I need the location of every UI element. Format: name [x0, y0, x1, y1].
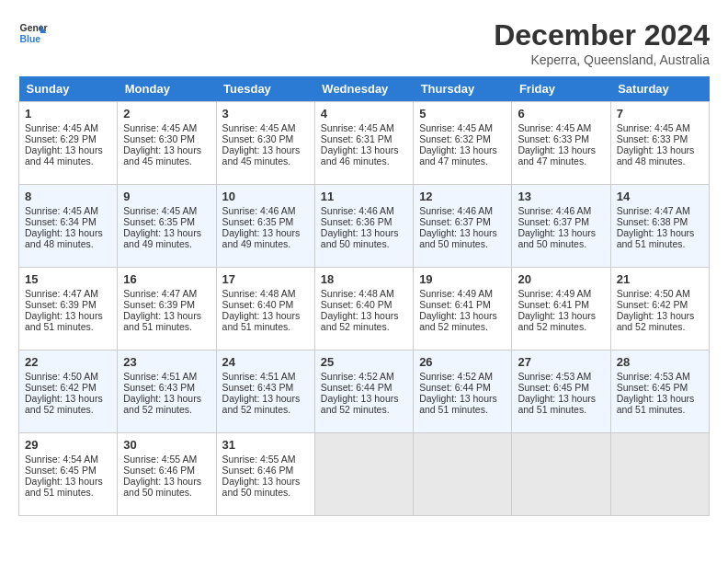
daylight-text: Daylight: 13 hours and 50 minutes. — [518, 227, 596, 249]
sunset-text: Sunset: 6:44 PM — [321, 382, 392, 393]
table-row: 2 Sunrise: 4:45 AM Sunset: 6:30 PM Dayli… — [118, 102, 216, 185]
sunrise-text: Sunrise: 4:53 AM — [518, 371, 591, 382]
day-number: 13 — [518, 190, 604, 203]
table-row: 25 Sunrise: 4:52 AM Sunset: 6:44 PM Dayl… — [314, 350, 413, 433]
table-row: 20 Sunrise: 4:49 AM Sunset: 6:41 PM Dayl… — [512, 268, 610, 350]
table-row: 23 Sunrise: 4:51 AM Sunset: 6:43 PM Dayl… — [118, 350, 216, 433]
header-row: Sunday Monday Tuesday Wednesday Thursday… — [19, 76, 710, 102]
col-sunday: Sunday — [19, 76, 118, 102]
day-number: 11 — [321, 190, 407, 203]
day-number: 20 — [518, 272, 604, 286]
sunset-text: Sunset: 6:32 PM — [419, 133, 491, 144]
daylight-text: Daylight: 13 hours and 51 minutes. — [123, 310, 201, 332]
calendar-week-1: 1 Sunrise: 4:45 AM Sunset: 6:29 PM Dayli… — [19, 102, 710, 185]
sunset-text: Sunset: 6:37 PM — [518, 216, 589, 227]
daylight-text: Daylight: 13 hours and 50 minutes. — [419, 227, 497, 249]
day-number: 25 — [321, 355, 407, 369]
table-row: 28 Sunrise: 4:53 AM Sunset: 6:45 PM Dayl… — [610, 350, 709, 433]
table-row: 12 Sunrise: 4:46 AM Sunset: 6:37 PM Dayl… — [414, 185, 512, 268]
table-row: 5 Sunrise: 4:45 AM Sunset: 6:32 PM Dayli… — [414, 102, 512, 185]
sunrise-text: Sunrise: 4:55 AM — [222, 454, 296, 465]
sunset-text: Sunset: 6:43 PM — [222, 382, 294, 393]
table-row — [414, 433, 512, 516]
table-row: 15 Sunrise: 4:47 AM Sunset: 6:39 PM Dayl… — [19, 268, 118, 350]
sunset-text: Sunset: 6:46 PM — [222, 465, 294, 476]
sunrise-text: Sunrise: 4:45 AM — [123, 122, 197, 133]
col-saturday: Saturday — [610, 76, 709, 102]
sunrise-text: Sunrise: 4:47 AM — [617, 205, 690, 216]
daylight-text: Daylight: 13 hours and 52 minutes. — [321, 310, 399, 332]
daylight-text: Daylight: 13 hours and 52 minutes. — [123, 393, 201, 415]
daylight-text: Daylight: 13 hours and 47 minutes. — [518, 144, 596, 167]
title-area: December 2024 Keperra, Queensland, Austr… — [494, 18, 710, 67]
day-number: 9 — [123, 190, 210, 203]
sunrise-text: Sunrise: 4:47 AM — [123, 288, 197, 299]
day-number: 2 — [123, 107, 210, 121]
sunset-text: Sunset: 6:40 PM — [222, 299, 294, 310]
sunrise-text: Sunrise: 4:45 AM — [25, 122, 98, 133]
sunset-text: Sunset: 6:39 PM — [25, 299, 97, 310]
sunset-text: Sunset: 6:30 PM — [123, 133, 195, 144]
day-number: 21 — [617, 272, 703, 286]
sunset-text: Sunset: 6:34 PM — [25, 216, 97, 227]
sunset-text: Sunset: 6:45 PM — [617, 382, 688, 393]
daylight-text: Daylight: 13 hours and 48 minutes. — [617, 144, 695, 167]
day-number: 3 — [222, 107, 309, 121]
daylight-text: Daylight: 13 hours and 51 minutes. — [617, 227, 695, 249]
table-row: 6 Sunrise: 4:45 AM Sunset: 6:33 PM Dayli… — [512, 102, 610, 185]
daylight-text: Daylight: 13 hours and 52 minutes. — [25, 393, 103, 415]
sunset-text: Sunset: 6:41 PM — [518, 299, 589, 310]
sunset-text: Sunset: 6:31 PM — [321, 133, 392, 144]
sunset-text: Sunset: 6:39 PM — [123, 299, 195, 310]
sunrise-text: Sunrise: 4:54 AM — [25, 454, 98, 465]
sunrise-text: Sunrise: 4:45 AM — [617, 122, 690, 133]
table-row: 16 Sunrise: 4:47 AM Sunset: 6:39 PM Dayl… — [118, 268, 216, 350]
sunset-text: Sunset: 6:40 PM — [321, 299, 392, 310]
sunset-text: Sunset: 6:46 PM — [123, 465, 195, 476]
sunset-text: Sunset: 6:30 PM — [222, 133, 294, 144]
daylight-text: Daylight: 13 hours and 51 minutes. — [25, 476, 103, 498]
day-number: 16 — [123, 272, 210, 286]
day-number: 26 — [419, 355, 506, 369]
daylight-text: Daylight: 13 hours and 46 minutes. — [321, 144, 399, 167]
day-number: 5 — [419, 107, 506, 121]
day-number: 19 — [419, 272, 506, 286]
sunrise-text: Sunrise: 4:55 AM — [123, 454, 197, 465]
calendar-week-5: 29 Sunrise: 4:54 AM Sunset: 6:45 PM Dayl… — [19, 433, 710, 516]
table-row: 17 Sunrise: 4:48 AM Sunset: 6:40 PM Dayl… — [216, 268, 314, 350]
table-row: 9 Sunrise: 4:45 AM Sunset: 6:35 PM Dayli… — [118, 185, 216, 268]
table-row: 7 Sunrise: 4:45 AM Sunset: 6:33 PM Dayli… — [610, 102, 709, 185]
table-row: 21 Sunrise: 4:50 AM Sunset: 6:42 PM Dayl… — [610, 268, 709, 350]
logo: General Blue — [18, 18, 48, 48]
daylight-text: Daylight: 13 hours and 50 minutes. — [321, 227, 399, 249]
sunrise-text: Sunrise: 4:45 AM — [222, 122, 296, 133]
sunset-text: Sunset: 6:35 PM — [222, 216, 294, 227]
daylight-text: Daylight: 13 hours and 47 minutes. — [419, 144, 497, 167]
table-row — [512, 433, 610, 516]
daylight-text: Daylight: 13 hours and 51 minutes. — [617, 393, 695, 415]
table-row: 24 Sunrise: 4:51 AM Sunset: 6:43 PM Dayl… — [216, 350, 314, 433]
table-row: 22 Sunrise: 4:50 AM Sunset: 6:42 PM Dayl… — [19, 350, 118, 433]
day-number: 4 — [321, 107, 407, 121]
table-row: 31 Sunrise: 4:55 AM Sunset: 6:46 PM Dayl… — [216, 433, 314, 516]
day-number: 6 — [518, 107, 604, 121]
day-number: 14 — [617, 190, 703, 203]
sunset-text: Sunset: 6:42 PM — [617, 299, 688, 310]
sunset-text: Sunset: 6:44 PM — [419, 382, 491, 393]
sunrise-text: Sunrise: 4:52 AM — [321, 371, 394, 382]
daylight-text: Daylight: 13 hours and 52 minutes. — [518, 310, 596, 332]
daylight-text: Daylight: 13 hours and 45 minutes. — [123, 144, 201, 167]
table-row: 10 Sunrise: 4:46 AM Sunset: 6:35 PM Dayl… — [216, 185, 314, 268]
daylight-text: Daylight: 13 hours and 51 minutes. — [222, 310, 301, 332]
table-row: 8 Sunrise: 4:45 AM Sunset: 6:34 PM Dayli… — [19, 185, 118, 268]
day-number: 12 — [419, 190, 506, 203]
sunrise-text: Sunrise: 4:51 AM — [123, 371, 197, 382]
table-row — [610, 433, 709, 516]
daylight-text: Daylight: 13 hours and 45 minutes. — [222, 144, 301, 167]
sunrise-text: Sunrise: 4:45 AM — [321, 122, 394, 133]
sunrise-text: Sunrise: 4:46 AM — [321, 205, 394, 216]
day-number: 31 — [222, 438, 309, 452]
table-row: 27 Sunrise: 4:53 AM Sunset: 6:45 PM Dayl… — [512, 350, 610, 433]
sunrise-text: Sunrise: 4:45 AM — [25, 205, 98, 216]
table-row: 14 Sunrise: 4:47 AM Sunset: 6:38 PM Dayl… — [610, 185, 709, 268]
